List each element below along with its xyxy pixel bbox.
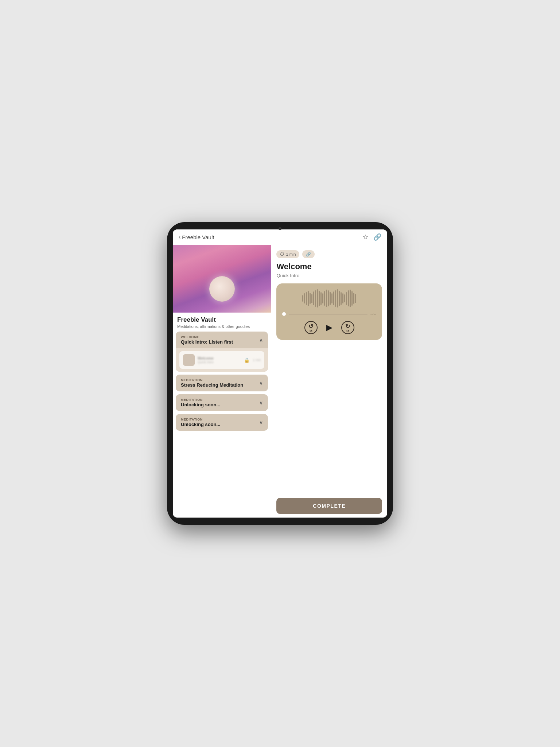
waveform-bar <box>344 294 345 302</box>
accordion-item-meditation-2: MEDITATION Unlocking soon... ∨ <box>176 394 268 411</box>
link-badge-icon: 🔗 <box>306 252 311 257</box>
waveform <box>282 289 376 307</box>
waveform-bar <box>335 290 336 307</box>
waveform-bar <box>304 293 305 303</box>
vault-subtitle: Meditations, affirmations & other goodie… <box>177 324 267 329</box>
waveform-bar <box>351 291 353 306</box>
content-subtitle: Quick Intro <box>276 273 382 278</box>
lock-icon: 🔒 <box>244 357 250 363</box>
accordion-header-meditation-2[interactable]: MEDITATION Unlocking soon... ∨ <box>176 394 268 411</box>
link-icon: 🔗 <box>373 233 381 241</box>
accordion-header-welcome[interactable]: WELCOME Quick Intro: Listen first ∧ <box>176 332 268 348</box>
waveform-bar <box>322 293 323 303</box>
waveform-bar <box>331 293 332 303</box>
sub-item-thumbnail <box>183 354 195 366</box>
accordion-item-meditation-3: MEDITATION Unlocking soon... ∨ <box>176 414 268 431</box>
progress-track[interactable] <box>289 314 367 314</box>
tablet-device: ‹ Freebie Vault ☆ 🔗 <box>167 222 393 525</box>
accordion-expanded-welcome: Welcome Quick Intro 🔒 1 min <box>176 348 268 372</box>
accordion-item-meditation-1: MEDITATION Stress Reducing Meditation ∨ <box>176 375 268 391</box>
left-panel: Freebie Vault Meditations, affirmations … <box>173 245 271 518</box>
back-button[interactable]: ‹ Freebie Vault <box>179 234 214 240</box>
waveform-bar <box>319 291 320 306</box>
accordion-category-welcome: WELCOME <box>181 335 233 339</box>
chevron-down-icon-1: ∨ <box>259 380 263 386</box>
content-title: Welcome <box>276 262 382 271</box>
duration-label: 1 min <box>286 252 296 256</box>
waveform-bar <box>355 294 356 303</box>
nav-actions: ☆ 🔗 <box>362 233 381 241</box>
accordion-title-meditation-1: Stress Reducing Meditation <box>181 382 243 388</box>
forward-label: 15 <box>346 330 349 332</box>
waveform-bar <box>311 294 312 303</box>
forward-button[interactable]: ↻ 15 <box>341 321 354 334</box>
sub-item-duration: 1 min <box>253 358 261 362</box>
vault-title: Freebie Vault <box>177 316 267 324</box>
content-area: Freebie Vault Meditations, affirmations … <box>173 245 387 518</box>
sub-item-description: Quick Intro <box>198 360 241 364</box>
complete-button[interactable]: COMPLETE <box>276 498 382 514</box>
accordion-title-welcome: Quick Intro: Listen first <box>181 339 233 345</box>
accordion-category-meditation-1: MEDITATION <box>181 378 243 382</box>
accordion-category-meditation-2: MEDITATION <box>181 398 220 402</box>
nav-bar: ‹ Freebie Vault ☆ 🔗 <box>173 229 387 245</box>
accordion-title-meditation-2: Unlocking soon... <box>181 402 220 407</box>
favorite-button[interactable]: ☆ <box>362 233 368 241</box>
complete-area: COMPLETE <box>276 498 382 518</box>
waveform-bar <box>326 290 327 307</box>
waveform-bar <box>310 293 311 304</box>
tablet-screen: ‹ Freebie Vault ☆ 🔗 <box>173 229 387 518</box>
waveform-bar <box>308 291 309 306</box>
back-arrow-icon: ‹ <box>179 234 180 240</box>
vault-title-section: Freebie Vault Meditations, affirmations … <box>173 313 271 332</box>
back-label: Freebie Vault <box>182 234 214 240</box>
rewind-icon: ↺ <box>308 323 313 330</box>
waveform-bar <box>350 290 351 307</box>
accordion-item-welcome: WELCOME Quick Intro: Listen first ∧ Welc… <box>176 332 268 372</box>
chevron-up-icon: ∧ <box>259 337 263 343</box>
right-panel: ⏱ 1 min 🔗 Welcome Quick Intro <box>271 245 387 518</box>
duration-badge: ⏱ 1 min <box>276 250 299 258</box>
waveform-bar <box>341 292 342 305</box>
waveform-bar <box>313 291 314 305</box>
forward-icon: ↻ <box>345 323 350 330</box>
sub-item-welcome[interactable]: Welcome Quick Intro 🔒 1 min <box>179 351 264 369</box>
waveform-bar <box>342 293 343 303</box>
star-icon: ☆ <box>362 233 368 241</box>
waveform-bar <box>317 289 318 307</box>
progress-dot[interactable] <box>282 312 286 316</box>
accordion-header-meditation-1[interactable]: MEDITATION Stress Reducing Meditation ∨ <box>176 375 268 391</box>
share-link-button[interactable]: 🔗 <box>373 233 381 241</box>
chevron-down-icon-3: ∨ <box>259 419 263 425</box>
player-progress: --:-- <box>282 312 376 316</box>
rewind-label: 15 <box>310 330 312 332</box>
progress-time: --:-- <box>370 312 376 316</box>
sub-item-name: Welcome <box>198 356 241 360</box>
sub-item-info: Welcome Quick Intro <box>198 356 241 364</box>
waveform-bar <box>320 292 322 305</box>
content-meta: ⏱ 1 min 🔗 <box>276 250 382 258</box>
accordion-header-meditation-3[interactable]: MEDITATION Unlocking soon... ∨ <box>176 414 268 431</box>
audio-player: --:-- ↺ 15 ▶ ↻ 15 <box>276 283 382 340</box>
waveform-bar <box>346 292 347 305</box>
play-button[interactable]: ▶ <box>326 323 332 332</box>
player-controls: ↺ 15 ▶ ↻ 15 <box>282 321 376 334</box>
waveform-bar <box>324 291 325 306</box>
rewind-button[interactable]: ↺ 15 <box>304 321 318 334</box>
hero-image <box>173 245 271 313</box>
waveform-bar <box>328 290 329 306</box>
waveform-bar <box>348 290 349 306</box>
clock-icon: ⏱ <box>280 252 284 257</box>
waveform-bar <box>333 291 334 305</box>
link-badge[interactable]: 🔗 <box>302 250 315 258</box>
waveform-bar <box>353 293 354 304</box>
accordion-section: WELCOME Quick Intro: Listen first ∧ Welc… <box>173 332 271 431</box>
hero-moon <box>209 276 235 302</box>
waveform-bar <box>306 292 307 305</box>
waveform-bar <box>339 291 340 306</box>
waveform-bar <box>330 292 331 305</box>
play-icon: ▶ <box>326 323 332 332</box>
accordion-category-meditation-3: MEDITATION <box>181 418 220 421</box>
chevron-down-icon-2: ∨ <box>259 400 263 406</box>
tablet-camera <box>279 227 281 230</box>
